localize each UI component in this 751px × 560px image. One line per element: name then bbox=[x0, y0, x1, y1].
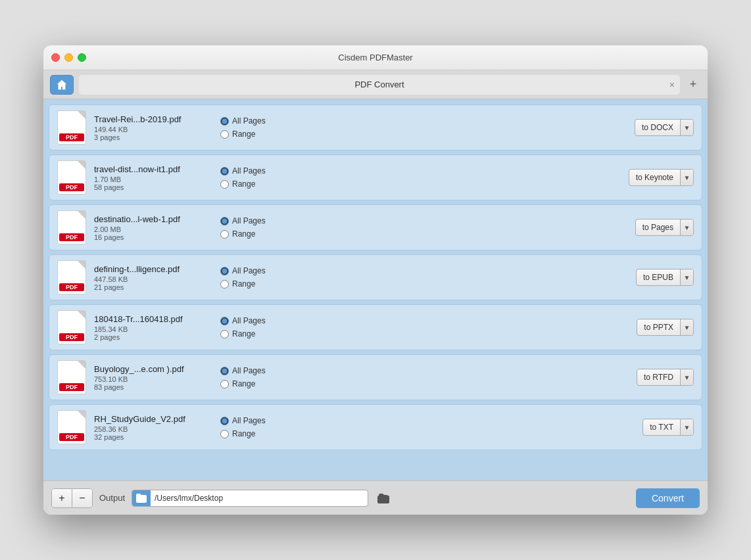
format-button[interactable]: to DOCX ▼ bbox=[635, 119, 694, 136]
range-option[interactable]: Range bbox=[220, 129, 286, 139]
all-pages-label: All Pages bbox=[232, 166, 266, 175]
range-radio[interactable] bbox=[220, 130, 229, 139]
all-pages-radio[interactable] bbox=[220, 167, 229, 175]
page-options: All Pages Range bbox=[220, 116, 286, 139]
range-radio[interactable] bbox=[220, 430, 229, 438]
format-button[interactable]: to RTFD ▼ bbox=[637, 369, 694, 386]
range-radio[interactable] bbox=[220, 280, 229, 289]
all-pages-option[interactable]: All Pages bbox=[220, 416, 286, 425]
file-list: PDF Travel-Rei...b-2019.pdf 149.44 KB 3 … bbox=[43, 99, 708, 480]
output-path: /Users/lmx/Desktop bbox=[151, 494, 368, 503]
all-pages-option[interactable]: All Pages bbox=[220, 216, 286, 225]
range-option[interactable]: Range bbox=[220, 329, 286, 338]
file-info: travel-dist...now-it1.pdf 1.70 MB 58 pag… bbox=[94, 164, 212, 191]
remove-file-button[interactable]: − bbox=[72, 489, 92, 507]
file-row: PDF defining-t...lligence.pdf 447.58 KB … bbox=[49, 254, 702, 300]
format-button[interactable]: to Keynote ▼ bbox=[629, 169, 694, 186]
page-options: All Pages Range bbox=[220, 266, 286, 289]
add-file-button[interactable]: + bbox=[52, 489, 72, 507]
range-option[interactable]: Range bbox=[220, 229, 286, 239]
file-name: defining-t...lligence.pdf bbox=[94, 264, 212, 274]
format-dropdown-arrow[interactable]: ▼ bbox=[680, 220, 693, 235]
tab-add-button[interactable]: + bbox=[685, 77, 701, 93]
range-option[interactable]: Range bbox=[220, 279, 286, 289]
all-pages-radio[interactable] bbox=[220, 267, 229, 275]
file-row: PDF RH_StudyGuide_V2.pdf 258.36 KB 32 pa… bbox=[49, 404, 702, 450]
all-pages-option[interactable]: All Pages bbox=[220, 316, 286, 325]
pdf-icon: PDF bbox=[57, 110, 86, 145]
pdf-icon: PDF bbox=[57, 410, 86, 444]
file-pages: 58 pages bbox=[94, 183, 212, 191]
all-pages-label: All Pages bbox=[232, 266, 266, 275]
format-label: to RTFD bbox=[637, 373, 680, 382]
all-pages-option[interactable]: All Pages bbox=[220, 166, 286, 175]
file-info: Buyology_...e.com ).pdf 753.10 KB 83 pag… bbox=[94, 364, 212, 391]
file-row: PDF travel-dist...now-it1.pdf 1.70 MB 58… bbox=[49, 154, 702, 200]
file-info: defining-t...lligence.pdf 447.58 KB 21 p… bbox=[94, 264, 212, 291]
close-button[interactable] bbox=[51, 53, 60, 62]
range-radio[interactable] bbox=[220, 380, 229, 388]
file-row: PDF Buyology_...e.com ).pdf 753.10 KB 83… bbox=[49, 354, 702, 400]
pdf-badge: PDF bbox=[59, 183, 84, 191]
all-pages-label: All Pages bbox=[232, 116, 266, 126]
format-dropdown-arrow[interactable]: ▼ bbox=[680, 170, 693, 185]
all-pages-option[interactable]: All Pages bbox=[220, 116, 286, 126]
format-label: to EPUB bbox=[637, 273, 680, 282]
range-radio[interactable] bbox=[220, 230, 229, 239]
format-dropdown-arrow[interactable]: ▼ bbox=[680, 419, 693, 435]
all-pages-radio[interactable] bbox=[220, 317, 229, 325]
range-label: Range bbox=[232, 129, 255, 139]
all-pages-radio[interactable] bbox=[220, 217, 229, 225]
file-info: RH_StudyGuide_V2.pdf 258.36 KB 32 pages bbox=[94, 414, 212, 441]
range-option[interactable]: Range bbox=[220, 429, 286, 438]
range-label: Range bbox=[232, 279, 255, 289]
format-dropdown-arrow[interactable]: ▼ bbox=[680, 120, 693, 135]
range-option[interactable]: Range bbox=[220, 379, 286, 388]
tab-close-button[interactable]: × bbox=[669, 80, 675, 90]
page-options: All Pages Range bbox=[220, 216, 286, 239]
file-info: Travel-Rei...b-2019.pdf 149.44 KB 3 page… bbox=[94, 114, 212, 141]
range-radio[interactable] bbox=[220, 330, 229, 338]
format-button[interactable]: to PPTX ▼ bbox=[637, 319, 694, 336]
toolbar: PDF Convert × + bbox=[43, 70, 708, 99]
all-pages-option[interactable]: All Pages bbox=[220, 366, 286, 375]
format-button[interactable]: to EPUB ▼ bbox=[636, 269, 694, 286]
pdf-icon: PDF bbox=[57, 160, 86, 195]
pdf-icon: PDF bbox=[57, 260, 86, 294]
file-name: RH_StudyGuide_V2.pdf bbox=[94, 414, 212, 424]
format-label: to TXT bbox=[643, 423, 680, 432]
file-name: Buyology_...e.com ).pdf bbox=[94, 364, 212, 374]
all-pages-radio[interactable] bbox=[220, 117, 229, 126]
browse-icon bbox=[377, 493, 391, 503]
minimize-button[interactable] bbox=[64, 53, 73, 62]
format-dropdown-arrow[interactable]: ▼ bbox=[680, 369, 693, 385]
all-pages-radio[interactable] bbox=[220, 367, 229, 375]
pdf-icon: PDF bbox=[57, 310, 86, 344]
range-option[interactable]: Range bbox=[220, 179, 286, 189]
file-size: 258.36 KB bbox=[94, 425, 212, 433]
browse-button[interactable] bbox=[375, 490, 393, 507]
page-options: All Pages Range bbox=[220, 316, 286, 338]
format-button[interactable]: to TXT ▼ bbox=[642, 419, 694, 436]
file-name: 180418-Tr...160418.pdf bbox=[94, 314, 212, 324]
page-options: All Pages Range bbox=[220, 166, 286, 189]
file-row: PDF Travel-Rei...b-2019.pdf 149.44 KB 3 … bbox=[49, 105, 702, 151]
file-pages: 83 pages bbox=[94, 383, 212, 391]
range-radio[interactable] bbox=[220, 180, 229, 189]
file-name: destinatio...l-web-1.pdf bbox=[94, 214, 212, 224]
format-button[interactable]: to Pages ▼ bbox=[635, 219, 694, 236]
add-remove-buttons: + − bbox=[51, 488, 93, 508]
page-options: All Pages Range bbox=[220, 366, 286, 388]
all-pages-option[interactable]: All Pages bbox=[220, 266, 286, 275]
folder-icon bbox=[132, 490, 151, 506]
maximize-button[interactable] bbox=[78, 53, 86, 62]
output-label: Output bbox=[99, 493, 125, 503]
home-icon bbox=[56, 79, 68, 91]
all-pages-radio[interactable] bbox=[220, 417, 229, 425]
format-dropdown-arrow[interactable]: ▼ bbox=[680, 269, 693, 285]
file-name: Travel-Rei...b-2019.pdf bbox=[94, 114, 212, 124]
home-button[interactable] bbox=[50, 75, 74, 95]
format-dropdown-arrow[interactable]: ▼ bbox=[680, 319, 693, 335]
convert-button[interactable]: Convert bbox=[636, 488, 700, 508]
file-pages: 3 pages bbox=[94, 133, 212, 141]
